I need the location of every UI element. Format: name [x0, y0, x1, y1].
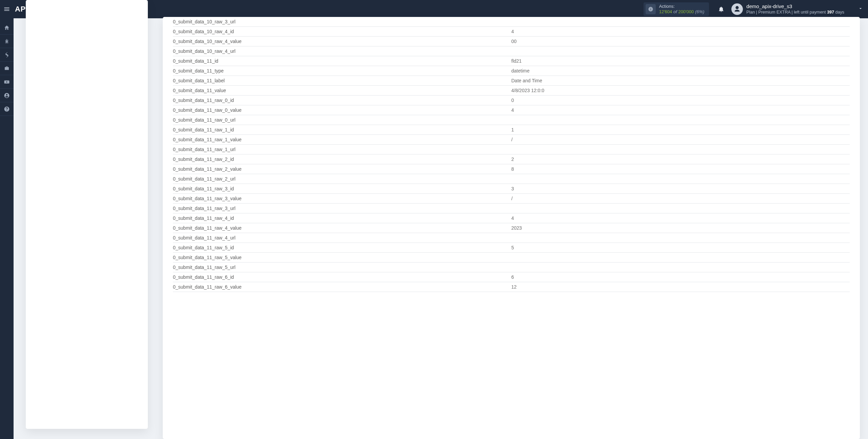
table-row: 0_submit_data_11_raw_4_url: [173, 233, 850, 243]
data-value: [511, 17, 850, 27]
data-value: 4: [511, 105, 850, 115]
sidebar-item-briefcase[interactable]: [0, 62, 14, 75]
table-row: 0_submit_data_11_typedatetime: [173, 66, 850, 76]
table-row: 0_submit_data_11_raw_5_url: [173, 263, 850, 272]
sitemap-icon: [4, 38, 10, 44]
user-menu[interactable]: demo_apix-drive_s3 Plan | Premium EXTRA …: [731, 3, 863, 15]
data-key: 0_submit_data_11_raw_1_id: [173, 125, 511, 135]
plan-name: Premium EXTRA: [758, 10, 790, 15]
dollar-icon: [4, 52, 10, 58]
table-row: 0_submit_data_11_raw_4_value2023: [173, 223, 850, 233]
data-value: 1: [511, 125, 850, 135]
user-icon: [733, 5, 741, 13]
username: demo_apix-drive_s3: [746, 3, 844, 10]
table-row: 0_submit_data_10_raw_4_value00: [173, 37, 850, 46]
sidebar-item-billing[interactable]: [0, 48, 14, 62]
data-value: 0: [511, 96, 850, 105]
avatar: [731, 3, 743, 15]
data-value: [511, 115, 850, 125]
data-key: 0_submit_data_11_raw_6_id: [173, 272, 511, 282]
data-key: 0_submit_data_11_raw_5_value: [173, 253, 511, 263]
data-value: Date and Time: [511, 76, 850, 86]
table-row: 0_submit_data_11_raw_6_id6: [173, 272, 850, 282]
plan-prefix: Plan |: [746, 10, 757, 15]
sidebar-item-account[interactable]: [0, 89, 14, 102]
data-value: 8: [511, 164, 850, 174]
table-row: 0_submit_data_11_raw_0_value4: [173, 105, 850, 115]
data-key: 0_submit_data_11_raw_2_value: [173, 164, 511, 174]
table-row: 0_submit_data_11_raw_1_id1: [173, 125, 850, 135]
data-key: 0_submit_data_11_raw_2_url: [173, 174, 511, 184]
data-key: 0_submit_data_11_type: [173, 66, 511, 76]
data-value: 4/8/2023 12:0:0: [511, 86, 850, 96]
sidebar: [0, 18, 14, 439]
notifications-button[interactable]: [715, 6, 727, 13]
data-preview-panel: 0_submit_data_10_raw_3_url0_submit_data_…: [163, 17, 860, 439]
data-key: 0_submit_data_11_raw_3_value: [173, 194, 511, 204]
info-icon: [646, 4, 656, 14]
sidebar-item-help[interactable]: [0, 102, 14, 116]
data-value: [511, 233, 850, 243]
table-row: 0_submit_data_11_raw_1_value/: [173, 135, 850, 145]
table-row: 0_submit_data_11_raw_3_value/: [173, 194, 850, 204]
table-row: 0_submit_data_11_raw_2_value8: [173, 164, 850, 174]
data-key: 0_submit_data_11_raw_4_value: [173, 223, 511, 233]
data-value: /: [511, 135, 850, 145]
data-value: 6: [511, 272, 850, 282]
brand-x: X: [28, 5, 34, 14]
youtube-icon: [4, 79, 10, 85]
plan-line: Plan | Premium EXTRA | left until paymen…: [746, 10, 844, 15]
table-row: 0_submit_data_11_raw_3_id3: [173, 184, 850, 194]
data-value: [511, 46, 850, 56]
data-key: 0_submit_data_11_value: [173, 86, 511, 96]
home-icon: [4, 25, 10, 31]
actions-total: 200'000: [678, 9, 694, 14]
actions-of: of: [673, 9, 677, 14]
actions-lines: Actions: 12'604 of 200'000 (6%): [659, 4, 705, 15]
plan-days-suffix: days: [835, 10, 844, 15]
data-key: 0_submit_data_11_raw_1_url: [173, 145, 511, 154]
data-value: [511, 145, 850, 154]
data-value: 4: [511, 27, 850, 37]
table-row: 0_submit_data_11_raw_2_id2: [173, 154, 850, 164]
table-row: 0_submit_data_11_raw_5_value: [173, 253, 850, 263]
sidebar-item-videos[interactable]: [0, 75, 14, 89]
table-row: 0_submit_data_11_raw_2_url: [173, 174, 850, 184]
main-area: 0_submit_data_10_raw_3_url0_submit_data_…: [14, 18, 868, 439]
sidebar-item-connections[interactable]: [0, 35, 14, 48]
table-row: 0_submit_data_11_idfld21: [173, 56, 850, 66]
menu-toggle[interactable]: [0, 0, 14, 18]
data-value: [511, 263, 850, 272]
data-key: 0_submit_data_11_raw_2_id: [173, 154, 511, 164]
data-key: 0_submit_data_10_raw_4_value: [173, 37, 511, 46]
actions-label: Actions:: [659, 4, 705, 9]
data-key: 0_submit_data_11_label: [173, 76, 511, 86]
user-lines: demo_apix-drive_s3 Plan | Premium EXTRA …: [746, 3, 844, 15]
plan-mid: | left until payment: [792, 10, 826, 15]
data-key: 0_submit_data_11_raw_5_url: [173, 263, 511, 272]
data-value: [511, 253, 850, 263]
user-circle-icon: [4, 92, 10, 99]
data-key: 0_submit_data_11_raw_0_id: [173, 96, 511, 105]
data-value: 2023: [511, 223, 850, 233]
table-row: 0_submit_data_11_raw_0_id0: [173, 96, 850, 105]
data-key: 0_submit_data_11_raw_0_url: [173, 115, 511, 125]
left-gutter: [14, 18, 26, 439]
left-config-panel: [26, 0, 148, 429]
data-value: /: [511, 194, 850, 204]
table-row: 0_submit_data_10_raw_4_id4: [173, 27, 850, 37]
data-key: 0_submit_data_11_raw_4_url: [173, 233, 511, 243]
data-key: 0_submit_data_11_raw_4_id: [173, 213, 511, 223]
table-row: 0_submit_data_11_raw_3_url: [173, 204, 850, 213]
hamburger-icon: [3, 6, 10, 13]
data-key: 0_submit_data_11_raw_5_id: [173, 243, 511, 253]
actions-pct: (6%): [695, 9, 704, 14]
table-row: 0_submit_data_10_raw_3_url: [173, 17, 850, 27]
sidebar-item-home[interactable]: [0, 21, 14, 35]
data-key: 0_submit_data_11_id: [173, 56, 511, 66]
actions-usage[interactable]: Actions: 12'604 of 200'000 (6%): [644, 2, 709, 16]
table-row: 0_submit_data_11_raw_6_value12: [173, 282, 850, 292]
table-row: 0_submit_data_11_raw_1_url: [173, 145, 850, 154]
data-key: 0_submit_data_11_raw_0_value: [173, 105, 511, 115]
data-value: datetime: [511, 66, 850, 76]
